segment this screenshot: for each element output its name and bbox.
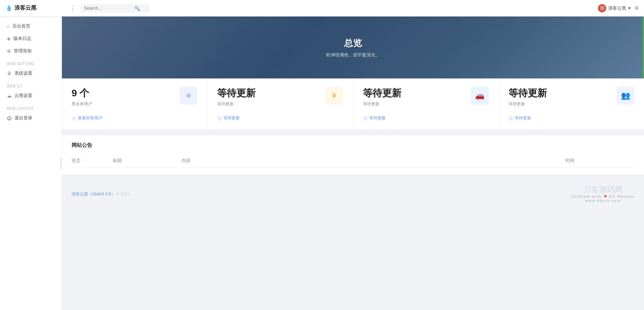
section-label-web-setting: WEB SETTING (0, 57, 62, 67)
stat-card-blacklist: 9 个 黑名单用户 查看所有用户 ≡ (62, 78, 207, 129)
stat-value: 9 个 (72, 87, 103, 100)
monitor-icon: 🖥 (7, 71, 12, 76)
stat-icon-box: 👥 (616, 87, 634, 105)
stat-label: 等待更新 (363, 101, 401, 107)
stat-info: 等待更新 等待更新 等待更新 (217, 87, 256, 121)
add-icon: ⊕ (7, 48, 11, 54)
sidebar-item-dashboard[interactable]: ⌂ 后台首页 (0, 20, 62, 32)
heart-icon: ❤ (604, 194, 609, 199)
search-icon: 🔍 (134, 6, 140, 11)
dot-icon (217, 116, 222, 121)
username-label: 浪客云黑 (608, 5, 626, 11)
footer-left: 浪客云黑（OneUI 4.9） © 2021 (72, 191, 130, 197)
hero-banner: 总览 乾坤琉璃色，碧宇凝清光。 (62, 17, 644, 78)
footer-site: Crafted with ❤ BY Nathan (572, 194, 634, 199)
scroll-indicator (643, 17, 644, 78)
hero-subtitle: 乾坤琉璃色，碧宇凝清光。 (326, 52, 380, 58)
logout-icon: ⏻ (7, 115, 12, 121)
link-text: 等待更新 (369, 115, 386, 121)
stat-icon-box: 🚗 (471, 87, 489, 105)
cloud-icon: ☁ (7, 93, 12, 98)
col-header-time: 时间 (566, 154, 634, 168)
section-label-web-qt: WEB QT (0, 79, 62, 89)
avatar: 🐺 (598, 4, 606, 12)
sidebar-item-label: 后台首页 (12, 23, 30, 29)
footer-domain: www.dkern.com (572, 199, 634, 203)
stat-card-pending3: 等待更新 等待更新 等待更新 👥 (499, 78, 644, 129)
announce-title: 网站公告 (72, 142, 634, 149)
header-right: 🐺 浪客云黑 ▾ ≡ (598, 4, 638, 12)
more-options-icon[interactable]: ⋮ (67, 4, 78, 12)
main-content: 总览 乾坤琉璃色，碧宇凝清光。 9 个 黑名单用户 查看所有用户 ≡ (62, 17, 644, 310)
sidebar-item-cloud-settings[interactable]: ☁ 云黑设置 (0, 89, 62, 102)
user-menu[interactable]: 🐺 浪客云黑 ▾ (598, 4, 631, 12)
link-text: 查看所有用户 (78, 115, 103, 121)
stats-row: 9 个 黑名单用户 查看所有用户 ≡ 等待更新 等待更新 等待更新 (62, 78, 644, 130)
section-label-web-logout: WEB LOGOUT (0, 102, 62, 112)
stat-link[interactable]: 等待更新 (508, 115, 547, 121)
sidebar-item-label: 云黑设置 (14, 93, 32, 99)
sidebar-collapse-button[interactable]: ‹ (60, 158, 62, 169)
dot-icon (508, 116, 513, 121)
stat-link[interactable]: 查看所有用户 (72, 115, 103, 121)
stat-info: 9 个 黑名单用户 查看所有用户 (72, 87, 103, 121)
link-text: 等待更新 (515, 115, 531, 121)
main-footer: 浪客云黑（OneUI 4.9） © 2021 刀客源码网 Crafted wit… (62, 180, 644, 208)
footer-year: © 2021 (116, 192, 130, 196)
author-text: BY Nathan (609, 194, 634, 199)
footer-brand-link[interactable]: 浪客云黑（OneUI 4.9） (72, 192, 115, 196)
home-icon: ⌂ (7, 23, 10, 29)
col-header-status: 状态 (72, 154, 113, 168)
sidebar-item-label: 系统设置 (14, 70, 32, 76)
header-center: ⋮ 🔍 (67, 4, 598, 12)
stat-label: 等待更新 (508, 101, 547, 107)
announce-table: 状态 标题 内容 时间 (72, 154, 634, 168)
sidebar-item-logout[interactable]: ⏻ 退出登录 (0, 112, 62, 124)
stat-value: 等待更新 (217, 87, 256, 100)
hero-title: 总览 (344, 37, 362, 49)
dropdown-chevron-icon: ▾ (628, 6, 631, 11)
changelog-icon: ◈ (7, 36, 11, 41)
sidebar-item-label: 管理添加 (14, 48, 32, 54)
hamburger-icon[interactable]: ≡ (635, 4, 638, 12)
logo-icon: 💧 (6, 5, 12, 11)
search-box[interactable]: 🔍 (80, 4, 149, 12)
stat-label: 等待更新 (217, 101, 256, 107)
sidebar-item-label: 退出登录 (14, 115, 32, 121)
search-input[interactable] (84, 6, 132, 11)
stat-info: 等待更新 等待更新 等待更新 (363, 87, 401, 121)
stat-label: 黑名单用户 (72, 101, 103, 107)
col-header-title: 标题 (113, 154, 182, 168)
link-text: 等待更新 (223, 115, 240, 121)
stat-info: 等待更新 等待更新 等待更新 (508, 87, 547, 121)
footer-watermark-area: 刀客源码网 Crafted with ❤ BY Nathan www.dkern… (572, 185, 634, 203)
col-header-content: 内容 (182, 154, 566, 168)
stat-card-pending2: 等待更新 等待更新 等待更新 🚗 (353, 78, 499, 129)
sidebar-item-changelog[interactable]: ◈ 版本日志 (0, 32, 62, 45)
announcement-section: 网站公告 状态 标题 内容 时间 (62, 135, 644, 174)
stat-icon-box: ¥ (325, 87, 343, 105)
sidebar-item-label: 版本日志 (13, 35, 31, 42)
watermark-text: 刀客源码网 (572, 185, 634, 194)
stat-value: 等待更新 (363, 87, 401, 100)
dot-icon (363, 116, 368, 121)
sidebar-item-system-settings[interactable]: 🖥 系统设置 (0, 67, 62, 79)
stat-link[interactable]: 等待更新 (217, 115, 256, 121)
stat-icon-box: ≡ (180, 87, 197, 105)
stat-card-pending1: 等待更新 等待更新 等待更新 ¥ (207, 78, 353, 129)
logo-text: 浪客云黑 (14, 4, 36, 12)
sidebar-item-add-admin[interactable]: ⊕ 管理添加 (0, 45, 62, 57)
crafted-text: Crafted with (572, 194, 602, 199)
sidebar: ⌂ 后台首页 ◈ 版本日志 ⊕ 管理添加 WEB SETTING 🖥 系统设置 … (0, 17, 62, 310)
top-header: 💧 浪客云黑 ⋮ 🔍 🐺 浪客云黑 ▾ ≡ (0, 0, 644, 17)
stat-value: 等待更新 (508, 87, 547, 100)
dot-icon (72, 116, 76, 121)
logo: 💧 浪客云黑 (6, 4, 67, 12)
stat-link[interactable]: 等待更新 (363, 115, 401, 121)
